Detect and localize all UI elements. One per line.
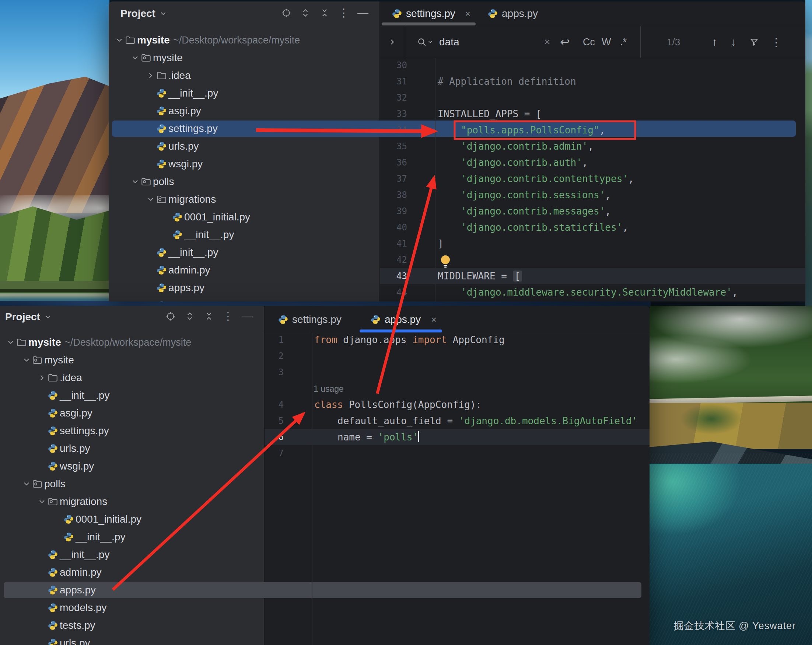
clear-search-icon[interactable]: × <box>544 36 550 48</box>
next-occurrence-icon[interactable]: ↓ <box>731 36 736 48</box>
search-icon[interactable] <box>417 37 427 47</box>
tree-item-apps-py[interactable]: apps.py <box>0 581 650 599</box>
pycharm-window-top: Project ⋮ — mysite~/Desktop/workspace/my… <box>109 2 805 301</box>
code-line: 31# Application definition <box>380 73 805 90</box>
chevron-right-icon[interactable] <box>388 38 397 46</box>
close-icon[interactable]: × <box>431 314 437 325</box>
wallpaper-right-edge <box>805 0 812 307</box>
project-panel-title[interactable]: Project <box>5 311 40 323</box>
code-line: 35'django.contrib.admin', <box>380 138 805 154</box>
wallpaper-mountains <box>0 0 110 307</box>
regex-toggle[interactable]: .* <box>620 37 627 48</box>
code-line: 5default_auto_field = 'django.db.models.… <box>264 413 650 429</box>
tree-item-urls2-py[interactable]: urls.py <box>0 634 650 645</box>
usage-hint-row[interactable]: 1 usage <box>264 381 650 397</box>
divider <box>404 26 404 58</box>
code-line-pollsconfig: 34"polls.apps.PollsConfig", <box>380 122 805 138</box>
code-line: 32 <box>380 90 805 106</box>
new-line-icon[interactable]: ↩ <box>560 35 570 49</box>
code-line: 3 <box>264 364 650 381</box>
code-line: 7 <box>264 445 650 462</box>
filter-icon[interactable] <box>749 37 759 47</box>
code-line: 41] <box>380 235 805 252</box>
code-line: 38'django.contrib.sessions', <box>380 187 805 203</box>
close-icon[interactable]: × <box>465 8 470 20</box>
tree-item-admin-py[interactable]: admin.py <box>0 564 650 581</box>
desktop: { "colors":{"accent_blue":"#3574f0","sel… <box>0 0 812 645</box>
tree-item-0001-initial-py[interactable]: 0001_initial.py <box>0 510 650 528</box>
code-line: 44'django.middleware.security.SecurityMi… <box>380 284 805 300</box>
chevron-down-icon[interactable] <box>44 313 52 321</box>
code-line-class-def: 4class PollsConfig(AppConfig): <box>264 397 650 413</box>
code-line: 36'django.contrib.auth', <box>380 154 805 171</box>
previous-occurrence-icon[interactable]: ↑ <box>712 36 717 48</box>
match-case-toggle[interactable]: Cc <box>583 37 595 48</box>
code-line: 2 <box>264 348 650 364</box>
tree-item-migrations-init-py[interactable]: __init__.py <box>0 528 650 546</box>
code-line: 37'django.contrib.contenttypes', <box>380 171 805 187</box>
project-panel-title[interactable]: Project <box>121 8 156 20</box>
wallpaper-waves <box>650 453 812 645</box>
text-caret <box>418 431 419 442</box>
tree-item-tests-py[interactable]: tests.py <box>0 617 650 634</box>
wallpaper-coast <box>650 306 812 645</box>
tree-item-polls[interactable]: polls <box>0 475 650 493</box>
more-options-icon[interactable]: ⋮ <box>221 309 235 323</box>
wallpaper-mountain-ridge <box>0 76 110 213</box>
code-line: 40'django.contrib.staticfiles', <box>380 219 805 235</box>
tree-item-models-py[interactable]: models.py <box>0 599 650 617</box>
expand-all-icon[interactable] <box>298 6 313 20</box>
code-line-current: 43MIDDLEWARE = [ <box>380 268 805 284</box>
search-input[interactable]: data <box>439 36 459 48</box>
search-history-chevron-icon[interactable] <box>427 39 433 45</box>
code-line: 39'django.contrib.messages', <box>380 203 805 219</box>
code-line: 1from django.apps import AppConfig <box>264 332 650 348</box>
collapse-all-icon[interactable] <box>202 309 216 323</box>
chevron-down-icon[interactable] <box>160 10 167 17</box>
whole-words-toggle[interactable]: W <box>601 37 611 48</box>
expand-all-icon[interactable] <box>183 309 197 323</box>
wallpaper-bluff <box>650 403 812 449</box>
more-options-icon[interactable]: ⋮ <box>337 6 351 20</box>
watermark: 掘金技术社区 @ Yeswater <box>674 619 796 633</box>
code-line: 30 <box>380 57 805 73</box>
intention-bulb-icon[interactable] <box>440 254 451 269</box>
locate-icon[interactable] <box>163 309 178 323</box>
wallpaper-coast-fog <box>650 306 812 394</box>
locate-icon[interactable] <box>279 6 293 20</box>
collapse-all-icon[interactable] <box>317 6 331 20</box>
active-tab-indicator <box>382 23 476 26</box>
editor-tab-bar: settings.py apps.py × <box>264 306 650 333</box>
find-bar: data × ↩ Cc W .* 1/3 ↑ ↓ ⋮ <box>380 26 805 58</box>
editor-tab-bar: settings.py × apps.py <box>380 2 805 26</box>
hide-panel-icon[interactable]: — <box>356 6 370 20</box>
more-options-icon[interactable]: ⋮ <box>771 36 782 49</box>
pycharm-window-bottom: Project ⋮ — mysite~/Desktop/workspace/my… <box>0 306 650 645</box>
wallpaper-green-hills <box>0 206 110 290</box>
code-line-current: 6name = 'polls' <box>264 429 650 445</box>
search-result-count: 1/3 <box>667 37 680 48</box>
tree-item-migrations[interactable]: migrations <box>0 493 650 510</box>
hide-panel-icon[interactable]: — <box>240 309 254 323</box>
code-line: 33INSTALLED_APPS = [ <box>380 106 805 122</box>
tree-item-polls-init-py[interactable]: __init__.py <box>0 546 650 564</box>
divider <box>640 26 641 58</box>
